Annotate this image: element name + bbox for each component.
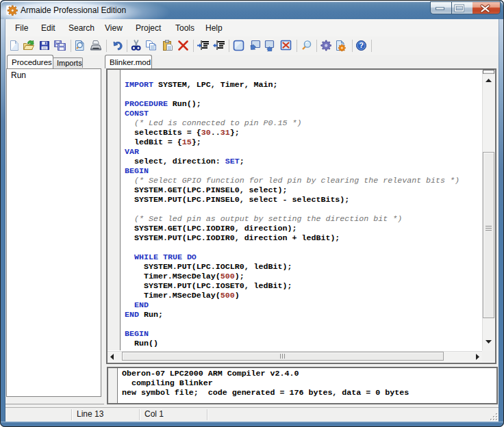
svg-text:?: ?: [359, 41, 364, 49]
